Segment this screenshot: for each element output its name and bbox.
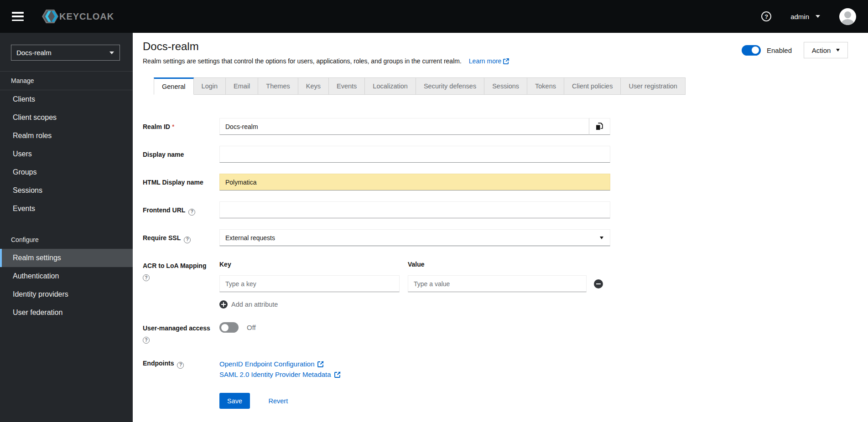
- required-marker: *: [172, 123, 174, 130]
- copy-button[interactable]: [589, 118, 610, 135]
- key-header: Key: [219, 261, 400, 268]
- tab-localization[interactable]: Localization: [365, 77, 416, 95]
- tab-email[interactable]: Email: [226, 77, 258, 95]
- username: admin: [790, 13, 809, 21]
- chevron-down-icon: [816, 15, 820, 18]
- keycloak-logo: KEYCLOAK: [37, 8, 120, 25]
- sidebar-item-groups[interactable]: Groups: [0, 163, 133, 181]
- realm-selector-label: Docs-realm: [16, 49, 52, 57]
- frontend-url-label: Frontend URL?: [143, 201, 219, 216]
- sidebar-item-clients[interactable]: Clients: [0, 90, 133, 108]
- plus-circle-icon: [219, 300, 228, 309]
- keycloak-logo-icon: KEYCLOAK: [37, 8, 120, 25]
- realm-id-row: Realm ID*: [143, 118, 868, 135]
- endpoints-row: Endpoints? OpenID Endpoint Configuration…: [143, 355, 868, 378]
- tab-events[interactable]: Events: [329, 77, 365, 95]
- page-description: Realm settings are settings that control…: [143, 57, 848, 65]
- enabled-label: Enabled: [767, 46, 792, 54]
- header-controls: Enabled Action: [742, 42, 848, 58]
- endpoints-label: Endpoints?: [143, 355, 219, 369]
- external-link-icon: [503, 58, 509, 64]
- tab-keys[interactable]: Keys: [298, 77, 329, 95]
- tab-tokens[interactable]: Tokens: [527, 77, 564, 95]
- user-managed-access-label: User-managed access ?: [143, 319, 219, 344]
- save-button[interactable]: Save: [219, 393, 250, 409]
- copy-icon: [596, 123, 603, 130]
- user-managed-access-toggle[interactable]: [219, 322, 239, 333]
- sidebar-item-authentication[interactable]: Authentication: [0, 267, 133, 285]
- external-link-icon: [317, 361, 324, 367]
- hamburger-menu-icon[interactable]: [12, 12, 24, 21]
- sidebar-item-sessions[interactable]: Sessions: [0, 181, 133, 200]
- help-icon[interactable]: ?: [177, 362, 184, 369]
- masthead-right: ? admin: [761, 8, 856, 25]
- saml-metadata-link[interactable]: SAML 2.0 Identity Provider Metadata: [219, 371, 610, 378]
- chevron-down-icon: [836, 49, 840, 51]
- sidebar-item-client-scopes[interactable]: Client scopes: [0, 108, 133, 127]
- chevron-down-icon: [600, 237, 603, 239]
- action-dropdown[interactable]: Action: [804, 42, 848, 58]
- realm-id-label: Realm ID*: [143, 118, 219, 131]
- sidebar-item-realm-roles[interactable]: Realm roles: [0, 127, 133, 145]
- tab-bar: General Login Email Themes Keys Events L…: [154, 77, 868, 95]
- add-attribute-button[interactable]: Add an attribute: [219, 300, 278, 309]
- chevron-down-icon: [109, 51, 114, 54]
- tab-login[interactable]: Login: [194, 77, 226, 95]
- tab-themes[interactable]: Themes: [258, 77, 298, 95]
- tab-security-defenses[interactable]: Security defenses: [416, 77, 484, 95]
- nav-group-configure: Configure: [0, 231, 133, 249]
- revert-link[interactable]: Revert: [269, 397, 288, 405]
- value-header: Value: [408, 261, 587, 268]
- form-actions: Save Revert: [143, 393, 868, 409]
- require-ssl-label: Require SSL?: [143, 229, 219, 243]
- openid-endpoint-link[interactable]: OpenID Endpoint Configuration: [219, 360, 610, 368]
- html-display-name-row: HTML Display name: [143, 174, 868, 190]
- help-icon[interactable]: ?: [188, 209, 195, 216]
- realm-id-input[interactable]: [219, 118, 589, 135]
- main-content: Docs-realm Realm settings are settings t…: [133, 33, 868, 422]
- require-ssl-select[interactable]: External requests: [219, 229, 610, 246]
- nav-group-manage: Manage: [0, 72, 133, 90]
- toggle-state-label: Off: [247, 324, 256, 331]
- sidebar: Docs-realm Manage Clients Client scopes …: [0, 33, 133, 422]
- display-name-row: Display name: [143, 146, 868, 163]
- tab-sessions[interactable]: Sessions: [484, 77, 527, 95]
- tab-client-policies[interactable]: Client policies: [564, 77, 621, 95]
- realm-selector-dropdown[interactable]: Docs-realm: [11, 45, 120, 61]
- avatar-person-icon: [844, 11, 851, 18]
- display-name-input[interactable]: [219, 146, 610, 163]
- avatar[interactable]: [839, 8, 856, 25]
- realm-enabled-toggle[interactable]: [742, 45, 761, 56]
- acr-value-input[interactable]: [408, 275, 587, 292]
- acr-loa-mapping-row: ACR to LoA Mapping ? Key Value: [143, 257, 868, 309]
- key-value-inputs: [219, 275, 610, 292]
- require-ssl-row: Require SSL? External requests: [143, 229, 868, 246]
- html-display-name-input[interactable]: [219, 174, 610, 190]
- key-value-headers: Key Value: [219, 257, 610, 268]
- help-icon[interactable]: ?: [143, 337, 150, 344]
- external-link-icon: [334, 371, 341, 378]
- frontend-url-row: Frontend URL?: [143, 201, 868, 218]
- user-menu-dropdown[interactable]: admin: [790, 13, 820, 21]
- remove-attribute-button[interactable]: [594, 279, 603, 288]
- sidebar-item-identity-providers[interactable]: Identity providers: [0, 285, 133, 304]
- tab-user-registration[interactable]: User registration: [621, 77, 685, 95]
- tab-general[interactable]: General: [154, 77, 194, 95]
- sidebar-item-events[interactable]: Events: [0, 200, 133, 218]
- user-managed-access-row: User-managed access ? Off: [143, 319, 868, 344]
- sidebar-item-realm-settings[interactable]: Realm settings: [0, 249, 133, 267]
- acr-loa-mapping-label: ACR to LoA Mapping ?: [143, 257, 219, 281]
- frontend-url-input[interactable]: [219, 201, 610, 218]
- sidebar-item-users[interactable]: Users: [0, 145, 133, 163]
- help-icon[interactable]: ?: [143, 274, 150, 281]
- sidebar-item-user-federation[interactable]: User federation: [0, 304, 133, 322]
- learn-more-link[interactable]: Learn more: [469, 57, 509, 65]
- acr-key-input[interactable]: [219, 275, 400, 292]
- html-display-name-label: HTML Display name: [143, 174, 219, 186]
- help-icon[interactable]: ?: [184, 237, 191, 243]
- help-icon[interactable]: ?: [761, 11, 771, 21]
- masthead: KEYCLOAK ? admin: [0, 0, 868, 33]
- general-settings-form: Realm ID*: [143, 118, 868, 409]
- display-name-label: Display name: [143, 146, 219, 159]
- page-header: Docs-realm Realm settings are settings t…: [133, 33, 868, 65]
